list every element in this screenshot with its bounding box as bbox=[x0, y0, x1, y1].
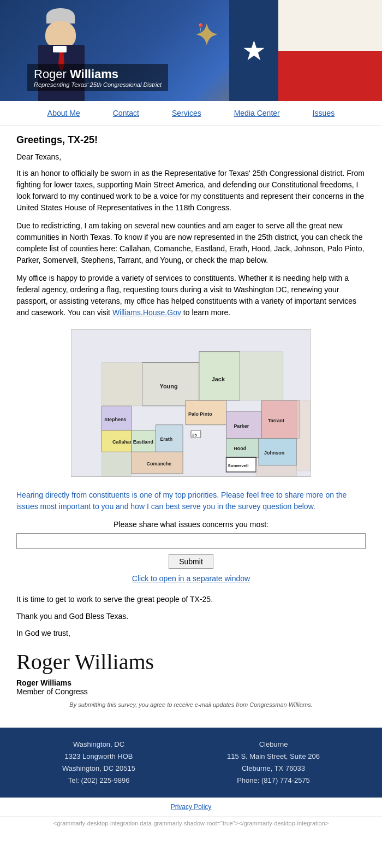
paragraph-3: My office is happy to provide a variety … bbox=[16, 273, 366, 318]
svg-text:Eastland: Eastland bbox=[133, 439, 153, 445]
flag-red-stripe bbox=[278, 51, 382, 102]
signature-section: Roger Williams Roger Williams Member of … bbox=[16, 650, 366, 696]
dear-texans: Dear Texans, bbox=[16, 152, 366, 161]
footer-city-2: Cleburne bbox=[227, 739, 320, 751]
survey-input[interactable] bbox=[16, 533, 366, 549]
header-banner: ★ ✦ 📍 Roger Williams Representing Texas'… bbox=[0, 0, 382, 101]
closing-line-2: Thank you and God Bless Texas. bbox=[16, 611, 366, 622]
disclaimer-text: By submitting this survey, you agree to … bbox=[16, 701, 366, 708]
svg-text:Palo Pinto: Palo Pinto bbox=[188, 411, 212, 417]
svg-text:25: 25 bbox=[192, 433, 197, 438]
grammarly-integration: <grammarly-desktop-integration data-gram… bbox=[0, 816, 382, 830]
flag-star: ★ bbox=[242, 35, 266, 67]
svg-text:Somervell: Somervell bbox=[228, 463, 248, 468]
navigation: About Me Contact Services Media Center I… bbox=[0, 101, 382, 126]
separate-window-link[interactable]: Click to open in a separate window bbox=[16, 574, 366, 583]
footer-city-1: Washington, DC bbox=[62, 739, 135, 751]
footer-col-washington: Washington, DC 1323 Longworth HOB Washin… bbox=[62, 739, 135, 787]
flag-blue-stripe: ★ bbox=[229, 0, 278, 101]
svg-text:Stephens: Stephens bbox=[104, 417, 126, 422]
paragraph-2: Due to redistricting, I am taking on sev… bbox=[16, 220, 366, 266]
footer-privacy: Privacy Policy bbox=[0, 798, 382, 816]
svg-text:Parker: Parker bbox=[234, 423, 249, 429]
flag-white-stripe bbox=[278, 0, 382, 51]
survey-question-label: Please share what issues concerns you mo… bbox=[16, 520, 366, 529]
svg-text:Comanche: Comanche bbox=[147, 461, 172, 467]
signer-title: Member of Congress bbox=[16, 687, 366, 696]
signature: Roger Williams bbox=[16, 650, 366, 674]
svg-text:Young: Young bbox=[159, 383, 177, 389]
footer: Washington, DC 1323 Longworth HOB Washin… bbox=[0, 728, 382, 798]
survey-intro: Hearing directly from constituents is on… bbox=[16, 489, 366, 512]
svg-marker-29 bbox=[297, 400, 311, 471]
paragraph-1: It is an honor to officially be sworn in… bbox=[16, 168, 366, 214]
footer-phone-2: Phone: (817) 774-2575 bbox=[227, 775, 320, 787]
flag-stripes bbox=[278, 0, 382, 101]
map-container: Callahan Eastland Erath Comanche Stephen… bbox=[16, 329, 366, 479]
header-name: Roger Williams bbox=[34, 67, 162, 81]
footer-phone-1: Tel: (202) 225-9896 bbox=[62, 775, 135, 787]
svg-text:Johnson: Johnson bbox=[264, 450, 284, 456]
closing-line-1: It is time to get to work to serve the g… bbox=[16, 594, 366, 605]
page-title: Greetings, TX-25! bbox=[16, 134, 366, 146]
svg-text:Hood: Hood bbox=[234, 446, 246, 451]
footer-col-cleburne: Cleburne 115 S. Main Street, Suite 206 C… bbox=[227, 739, 320, 787]
texas-flag: ★ bbox=[229, 0, 382, 101]
nav-issues[interactable]: Issues bbox=[313, 109, 335, 117]
nav-about-me[interactable]: About Me bbox=[47, 109, 80, 117]
svg-text:Erath: Erath bbox=[160, 436, 172, 442]
svg-marker-31 bbox=[256, 465, 296, 476]
header-text-block: Roger Williams Representing Texas' 25th … bbox=[27, 64, 168, 91]
svg-marker-27 bbox=[102, 363, 142, 406]
nav-contact[interactable]: Contact bbox=[113, 109, 139, 117]
svg-text:Callahan: Callahan bbox=[112, 439, 133, 445]
nav-media-center[interactable]: Media Center bbox=[234, 109, 280, 117]
williams-house-link[interactable]: Williams.House.Gov bbox=[112, 308, 181, 317]
header-subtitle: Representing Texas' 25th Congressional D… bbox=[34, 81, 162, 88]
footer-address2-1: Washington, DC 20515 bbox=[62, 763, 135, 775]
svg-text:Jack: Jack bbox=[212, 376, 225, 382]
nav-services[interactable]: Services bbox=[172, 109, 201, 117]
submit-button[interactable]: Submit bbox=[169, 554, 213, 569]
signer-name: Roger Williams bbox=[16, 678, 366, 687]
map-pin-icon: 📍 bbox=[196, 23, 205, 32]
district-map: Callahan Eastland Erath Comanche Stephen… bbox=[71, 329, 311, 477]
footer-address2-2: Cleburne, TX 76033 bbox=[227, 763, 320, 775]
svg-marker-30 bbox=[102, 452, 132, 476]
footer-address1-1: 1323 Longworth HOB bbox=[62, 751, 135, 763]
last-name: Williams bbox=[70, 67, 118, 81]
closing-line-3: In God we trust, bbox=[16, 628, 366, 639]
survey-section: Hearing directly from constituents is on… bbox=[16, 489, 366, 583]
footer-address1-2: 115 S. Main Street, Suite 206 bbox=[227, 751, 320, 763]
first-name: Roger bbox=[34, 67, 67, 81]
svg-marker-28 bbox=[240, 352, 283, 400]
privacy-policy-link[interactable]: Privacy Policy bbox=[171, 803, 212, 811]
main-content: Greetings, TX-25! Dear Texans, It is an … bbox=[0, 126, 382, 722]
svg-text:Tarrant: Tarrant bbox=[268, 418, 284, 423]
